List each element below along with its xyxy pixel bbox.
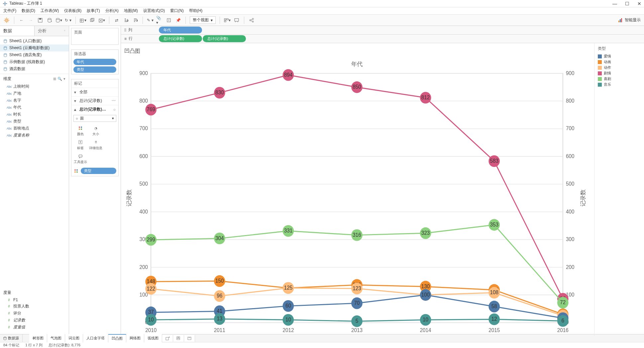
filter-pill[interactable]: 年代 [73,59,116,65]
mark-tooltip-button[interactable]: 💬工具提示 [73,152,88,166]
legend-item[interactable]: 音乐 [598,82,641,87]
data-label: 812 [421,95,430,100]
rows-shelf[interactable]: ≡行 总计(记录数) 总计(记录数) [121,35,644,43]
field-item[interactable]: #度量值 [0,324,69,331]
pause-icon[interactable]: ▾ [55,17,62,24]
data-label: 125 [284,285,293,291]
refresh-icon[interactable]: ↻ ▾ [65,17,71,24]
menu-analysis[interactable]: 分析(A) [105,8,119,14]
sort-desc-icon[interactable] [132,17,139,24]
datasource-item[interactable]: Sheet1 (酒店角度) [0,51,69,58]
swap-icon[interactable]: ⇄ [113,17,120,24]
show-me-button[interactable]: 智能显示 [618,17,641,23]
rows-pill[interactable]: 总计(记录数) [203,35,246,42]
menu-story[interactable]: 故事(T) [87,8,100,14]
sheet-tab[interactable]: 树形图 [29,334,47,342]
sort-asc-icon[interactable] [123,17,129,24]
legend-item[interactable]: 动作 [598,65,641,70]
forward-icon[interactable]: → [28,17,34,24]
marks-row-active[interactable]: ▴总计(记录数)…○ [71,105,118,114]
menu-icon[interactable]: ▾ [63,77,65,81]
view-icon[interactable]: ⊞ [53,77,56,81]
tab-analytics[interactable]: 分析 ◦ [34,26,69,36]
highlight-icon[interactable]: ✎ ▾ [147,17,154,24]
sheet-tab[interactable]: 气泡图 [47,334,65,342]
marks-row[interactable]: ▾总计(记录数)〰 [71,96,118,105]
close-button[interactable]: ✕ [637,1,641,6]
legend-item[interactable]: 喜剧 [598,76,641,82]
pin-icon[interactable]: 📌 [175,17,181,24]
field-item[interactable]: #评分 [0,310,69,317]
back-icon[interactable]: ← [18,17,25,24]
sheet-tab[interactable]: 人口金字塔 [83,334,108,342]
color-pill[interactable]: 类型 [81,168,116,174]
y-axis-title-right: 记录数 [580,189,586,207]
group-icon[interactable]: 📎 ▾ [156,17,163,24]
search-icon[interactable]: 🔍 [57,77,62,81]
field-item[interactable]: #记录数 [0,317,69,324]
menu-worksheet[interactable]: 工作表(W) [41,8,59,14]
show-cards-icon[interactable]: ▾ [224,17,231,24]
new-datasource-icon[interactable]: + [46,17,53,24]
legend-item[interactable]: 剧情 [598,70,641,76]
show-me-label: 智能显示 [625,17,641,23]
menu-help[interactable]: 帮助(H) [189,8,203,14]
datasource-item[interactable]: 酒店数据 [0,65,69,72]
field-item[interactable]: Abc上映时间 [0,83,69,90]
field-item[interactable]: Abc年代 [0,104,69,111]
datasource-item[interactable]: Sheet1 (豆瓣电影数据) [0,44,69,51]
fit-label: 整个视图 [193,17,209,23]
x-tick-label: 2012 [282,327,294,333]
menu-format[interactable]: 设置格式(O) [143,8,165,14]
series-line[interactable] [151,75,563,299]
data-label: 894 [284,72,293,77]
share-icon[interactable] [248,17,255,24]
field-item[interactable]: #投票人数 [0,303,69,310]
marks-all-row[interactable]: ▾全部 [71,88,118,96]
field-item[interactable]: Abc类型 [0,118,69,125]
menu-dashboard[interactable]: 仪表板(B) [64,8,81,14]
mark-detail-button[interactable]: ⠿详细信息 [88,138,103,152]
field-item[interactable]: Abc名字 [0,97,69,104]
clear-icon[interactable]: ▾ [98,17,105,24]
legend-item[interactable]: 爱情 [598,53,641,59]
field-item[interactable]: Abc时长 [0,111,69,118]
y-tick-label-right: 400 [566,209,575,214]
new-worksheet-icon[interactable]: ▾ [80,17,86,24]
menu-data[interactable]: 数据(D) [22,8,35,14]
field-item[interactable]: #F1 [0,297,69,303]
datasource-tab[interactable]: 数据源 [0,334,23,342]
maximize-button[interactable]: ☐ [625,1,629,6]
chart-canvas[interactable]: 年代00100100200200300300400400500500600600… [123,57,591,344]
columns-pill[interactable]: 年代 [159,27,202,34]
legend-item[interactable]: 动画 [598,59,641,65]
save-icon[interactable] [37,17,44,24]
mark-label-button[interactable]: T标签 [73,138,88,152]
menu-map[interactable]: 地图(M) [124,8,138,14]
columns-shelf[interactable]: ⦙⦙⦙列 年代 [121,26,644,35]
filter-pill[interactable]: 类型 [73,66,116,73]
labels-icon[interactable]: T [165,17,172,24]
menu-window[interactable]: 窗口(N) [170,8,184,14]
y-tick-label: 400 [139,209,148,214]
dimensions-header: 维度 [3,76,11,82]
tab-data[interactable]: 数据 [0,26,34,36]
menu-file[interactable]: 文件(F) [3,8,16,14]
datasource-item[interactable]: Sheet1 (人口数据) [0,38,69,44]
data-label: 41 [217,308,222,314]
field-item[interactable]: Abc首映地点 [0,125,69,132]
field-type-icon: Abc [7,106,11,109]
mark-type-dropdown[interactable]: ○圆▾ [73,115,116,122]
datasource-item[interactable]: 示例数据 (线路数据) [0,58,69,65]
rows-pill[interactable]: 总计(记录数) [159,35,202,42]
tableau-icon[interactable] [3,17,10,24]
field-item[interactable]: Abc产地 [0,90,69,97]
presentation-icon[interactable] [233,17,240,24]
fit-dropdown[interactable]: 整个视图 ▾ [190,16,216,24]
mark-color-button[interactable]: 颜色 [73,124,88,138]
minimize-button[interactable]: — [612,1,617,6]
field-item[interactable]: Abc度量名称 [0,132,69,139]
sheet-tab[interactable]: 词云图 [65,334,83,342]
mark-size-button[interactable]: ◔大小 [88,124,103,138]
duplicate-icon[interactable] [89,17,96,24]
